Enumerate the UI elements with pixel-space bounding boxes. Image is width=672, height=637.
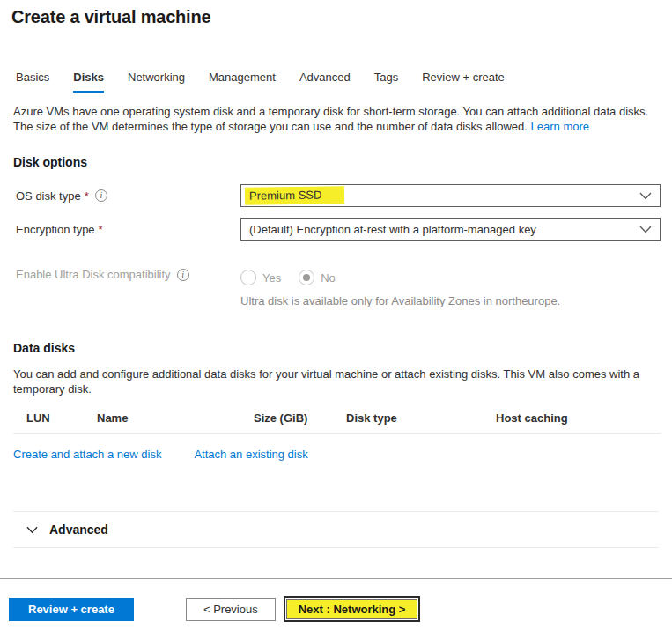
required-asterisk: * bbox=[99, 223, 103, 236]
previous-button[interactable]: < Previous bbox=[186, 598, 276, 621]
chevron-down-icon bbox=[639, 192, 652, 200]
learn-more-link[interactable]: Learn more bbox=[531, 120, 589, 133]
data-disks-table-header: LUN Name Size (GiB) Disk type Host cachi… bbox=[13, 411, 661, 434]
os-disk-type-label-text: OS disk type bbox=[16, 189, 81, 203]
disk-options-heading: Disk options bbox=[13, 155, 661, 169]
encryption-type-dropdown[interactable]: (Default) Encryption at-rest with a plat… bbox=[240, 218, 661, 241]
advanced-collapsible-header[interactable]: Advanced bbox=[13, 511, 659, 548]
required-asterisk: * bbox=[85, 189, 89, 203]
column-header-name: Name bbox=[97, 411, 254, 425]
encryption-type-label-text: Encryption type bbox=[16, 223, 95, 236]
chevron-down-icon bbox=[26, 526, 38, 534]
radio-unchecked-icon bbox=[240, 270, 256, 285]
tab-disks[interactable]: Disks bbox=[73, 70, 104, 93]
create-vm-page: Create a virtual machine Basics Disks Ne… bbox=[0, 7, 672, 548]
attach-existing-disk-link[interactable]: Attach an existing disk bbox=[194, 448, 307, 461]
ultra-disk-row: Enable Ultra Disk compatibility i Yes No bbox=[16, 268, 661, 285]
footer-buttons: Review + create < Previous Next : Networ… bbox=[0, 579, 672, 622]
tab-tags[interactable]: Tags bbox=[374, 70, 398, 93]
column-header-host-caching: Host caching bbox=[496, 411, 661, 425]
info-icon[interactable]: i bbox=[95, 189, 107, 202]
ultra-disk-label: Enable Ultra Disk compatibility i bbox=[16, 268, 240, 281]
os-disk-type-value: Premium SSD bbox=[245, 186, 345, 204]
encryption-type-label: Encryption type * bbox=[16, 223, 240, 236]
os-disk-type-dropdown[interactable]: Premium SSD bbox=[240, 184, 661, 207]
review-create-button[interactable]: Review + create bbox=[9, 598, 134, 621]
column-header-size: Size (GiB) bbox=[254, 411, 346, 425]
tab-management[interactable]: Management bbox=[209, 70, 276, 93]
ultra-disk-label-text: Enable Ultra Disk compatibility bbox=[16, 268, 171, 281]
ultra-disk-radio-group: Yes No bbox=[240, 268, 336, 285]
next-networking-button-label: Next : Networking > bbox=[286, 599, 418, 619]
encryption-type-row: Encryption type * (Default) Encryption a… bbox=[16, 218, 661, 241]
advanced-section-label: Advanced bbox=[49, 522, 108, 537]
next-networking-button[interactable]: Next : Networking > bbox=[284, 596, 421, 622]
radio-yes-label: Yes bbox=[262, 271, 281, 285]
create-attach-new-disk-link[interactable]: Create and attach a new disk bbox=[13, 448, 161, 461]
radio-checked-icon bbox=[299, 270, 314, 285]
tab-bar: Basics Disks Networking Management Advan… bbox=[16, 70, 661, 93]
chevron-down-icon bbox=[639, 226, 652, 233]
data-disks-description: You can add and configure additional dat… bbox=[13, 367, 661, 396]
tab-networking[interactable]: Networking bbox=[128, 70, 185, 93]
footer-bar: Review + create < Previous Next : Networ… bbox=[0, 578, 672, 637]
tab-advanced[interactable]: Advanced bbox=[299, 70, 351, 93]
ultra-disk-radio-yes: Yes bbox=[240, 270, 281, 285]
info-icon[interactable]: i bbox=[177, 269, 189, 281]
ultra-disk-hint: Ultra disk is available only for Availab… bbox=[240, 294, 661, 307]
encryption-type-value: (Default) Encryption at-rest with a plat… bbox=[249, 223, 536, 236]
disks-intro-text: Azure VMs have one operating system disk… bbox=[13, 104, 661, 134]
tab-basics[interactable]: Basics bbox=[16, 70, 49, 93]
ultra-disk-radio-no: No bbox=[299, 270, 336, 285]
tab-review-create[interactable]: Review + create bbox=[422, 70, 505, 93]
os-disk-type-label: OS disk type * i bbox=[16, 189, 240, 203]
data-disks-heading: Data disks bbox=[13, 341, 661, 355]
column-header-disk-type: Disk type bbox=[346, 411, 496, 425]
data-disks-links: Create and attach a new disk Attach an e… bbox=[13, 448, 661, 461]
page-title: Create a virtual machine bbox=[11, 7, 661, 27]
column-header-lun: LUN bbox=[13, 411, 97, 425]
os-disk-type-row: OS disk type * i Premium SSD bbox=[16, 184, 661, 207]
radio-no-label: No bbox=[321, 271, 336, 285]
